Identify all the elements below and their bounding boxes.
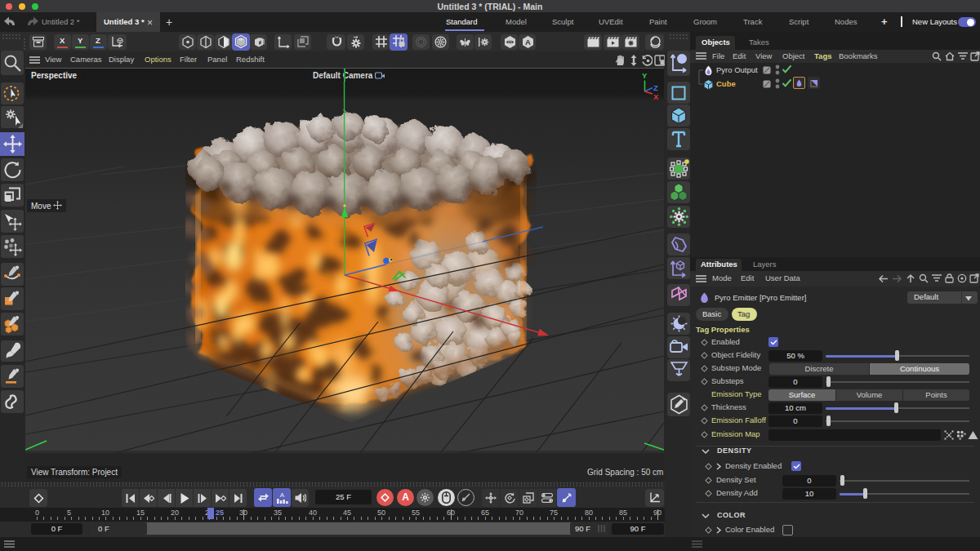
svg-text:Y: Y — [642, 71, 648, 80]
svg-text:Z: Z — [653, 83, 658, 92]
svg-text:A: A — [280, 491, 285, 499]
svg-text:X: X — [653, 92, 659, 101]
svg-text:A: A — [525, 38, 531, 47]
